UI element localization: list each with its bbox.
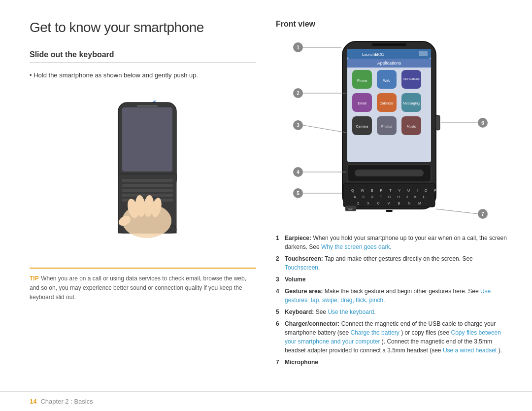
desc-item-2: 2 Touchscreen: Tap and make other gestur…	[276, 254, 507, 272]
slide-illustration	[30, 90, 256, 258]
svg-text:Q W E R T Y U I O P: Q W E R T Y U I O P	[351, 189, 439, 193]
desc-num-4: 4	[276, 287, 282, 305]
svg-rect-11	[122, 194, 173, 197]
desc-text-5: Keyboard: See Use the keyboard.	[285, 308, 507, 316]
desc-body-6b: ) or copy files (see	[401, 329, 451, 336]
content-area: Get to know your smartphone Slide out th…	[0, 0, 532, 391]
svg-text:Photos: Photos	[381, 125, 392, 128]
svg-text:7: 7	[481, 211, 484, 217]
desc-num-6: 6	[276, 319, 282, 355]
desc-text-6: Charger/connector: Connect the magnetic …	[285, 319, 507, 355]
svg-text:5: 5	[297, 191, 299, 196]
slide-illustration-svg	[74, 98, 212, 250]
desc-body-4: Make the back gesture and begin other ge…	[325, 288, 480, 295]
svg-text:3: 3	[297, 123, 299, 128]
desc-link-6a[interactable]: Charge the battery	[350, 329, 399, 336]
svg-text:Z X C V B N M: Z X C V B N M	[357, 202, 425, 205]
page: Get to know your smartphone Slide out th…	[0, 0, 532, 411]
desc-body-2: Tap and make other gestures directly on …	[325, 255, 473, 262]
tip-text: When you are on a call or using data ser…	[30, 275, 246, 301]
desc-bold-3: Volume	[285, 276, 305, 283]
svg-text:Messaging: Messaging	[403, 102, 420, 105]
svg-text:Calendar: Calendar	[380, 102, 394, 105]
desc-item-7: 7 Microphone	[276, 358, 507, 367]
svg-rect-76	[386, 210, 393, 212]
desc-link-2[interactable]: Touchscreen	[285, 264, 318, 271]
svg-rect-8	[122, 179, 173, 182]
svg-rect-21	[347, 49, 431, 59]
svg-text:Camera: Camera	[356, 125, 368, 128]
svg-rect-54	[436, 115, 440, 130]
bullet-content: Hold the smartphone as shown below and g…	[33, 71, 198, 79]
desc-link-1[interactable]: Why the screen goes dark	[321, 243, 390, 250]
svg-text:1: 1	[297, 45, 299, 50]
svg-rect-24	[419, 51, 428, 56]
svg-rect-3	[122, 107, 172, 171]
svg-text:Web: Web	[383, 79, 390, 82]
svg-text:Sym: Sym	[348, 207, 353, 210]
svg-text:Email: Email	[358, 102, 366, 105]
right-column: Front view Launcher 10:51 Applicat	[276, 20, 507, 381]
svg-rect-46	[355, 170, 424, 176]
left-column: Get to know your smartphone Slide out th…	[30, 20, 256, 381]
desc-bold-7: Microphone	[285, 359, 318, 366]
svg-text:Phone: Phone	[357, 79, 367, 82]
footer-page-number: 14	[30, 398, 36, 405]
desc-text-2: Touchscreen: Tap and make other gestures…	[285, 254, 507, 272]
svg-line-75	[436, 209, 478, 214]
svg-text:4: 4	[297, 170, 299, 175]
desc-item-1: 1 Earpiece: When you hold your smartphon…	[276, 234, 507, 251]
desc-suffix-6: ).	[499, 347, 502, 354]
desc-bold-5: Keyboard:	[285, 308, 314, 315]
svg-text:Applications: Applications	[377, 61, 401, 66]
desc-text-4: Gesture area: Make the back gesture and …	[285, 287, 507, 305]
desc-text-7: Microphone	[285, 358, 507, 367]
front-view-title: Front view	[276, 20, 507, 29]
svg-text:App Catalog: App Catalog	[403, 77, 419, 80]
footer-separator: Chapter 2 : Basics	[40, 398, 93, 405]
desc-body-5: See	[316, 308, 328, 315]
desc-text-1: Earpiece: When you hold your smartphone …	[285, 234, 507, 251]
desc-suffix-1: .	[390, 243, 391, 250]
svg-line-63	[303, 125, 346, 133]
bullet-symbol: •	[30, 71, 33, 79]
desc-num-3: 3	[276, 275, 282, 284]
desc-item-4: 4 Gesture area: Make the back gesture an…	[276, 287, 507, 305]
desc-bold-4: Gesture area:	[285, 288, 323, 295]
desc-bold-1: Earpiece:	[285, 235, 311, 241]
desc-link-5[interactable]: Use the keyboard	[328, 308, 374, 315]
desc-link-6c[interactable]: Use a wired headset	[443, 347, 497, 354]
desc-body-1: When you hold your smartphone up to your…	[285, 235, 507, 250]
footer: 14 Chapter 2 : Basics	[0, 391, 532, 411]
bullet-text: • Hold the smartphone as shown below and…	[30, 70, 256, 80]
desc-text-3: Volume	[285, 275, 507, 284]
svg-rect-4	[137, 105, 158, 107]
page-title: Get to know your smartphone	[30, 20, 256, 35]
svg-text:A S D F G H J K L: A S D F G H J K L	[354, 195, 428, 199]
phone-diagram: Launcher 10:51 Applications Phone Web Ap…	[276, 36, 507, 229]
desc-item-3: 3 Volume	[276, 275, 507, 284]
section-title: Slide out the keyboard	[30, 50, 256, 63]
svg-rect-9	[122, 184, 173, 187]
svg-text:10:51: 10:51	[374, 52, 385, 57]
svg-text:Music: Music	[407, 125, 416, 128]
svg-rect-10	[122, 189, 173, 192]
svg-rect-53	[372, 43, 406, 46]
desc-item-6: 6 Charger/connector: Connect the magneti…	[276, 319, 507, 355]
desc-bold-2: Touchscreen:	[285, 255, 323, 262]
description-list: 1 Earpiece: When you hold your smartphon…	[276, 234, 507, 367]
svg-text:2: 2	[297, 91, 299, 96]
svg-text:6: 6	[481, 120, 484, 126]
desc-bold-6: Charger/connector:	[285, 320, 339, 327]
desc-num-7: 7	[276, 358, 282, 367]
tip-box: TIP When you are on a call or using data…	[30, 268, 256, 302]
desc-item-5: 5 Keyboard: See Use the keyboard.	[276, 308, 507, 316]
tip-label: TIP	[30, 275, 39, 282]
desc-num-1: 1	[276, 234, 282, 251]
desc-num-5: 5	[276, 308, 282, 316]
desc-num-2: 2	[276, 254, 282, 272]
phone-diagram-svg: Launcher 10:51 Applications Phone Web Ap…	[278, 36, 505, 229]
